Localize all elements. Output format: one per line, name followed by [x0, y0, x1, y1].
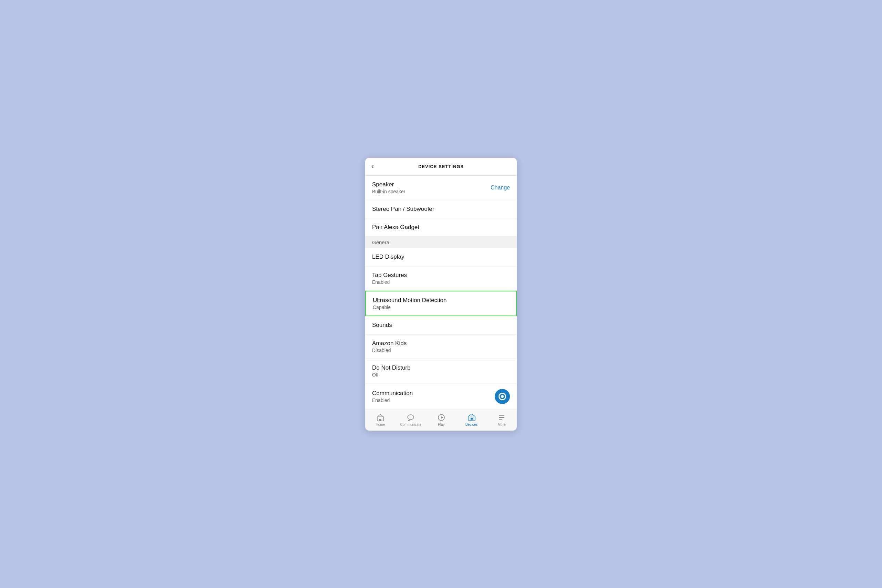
row-subtitle-do-not-disturb: Off [372, 372, 410, 378]
row-text-led-display: LED Display [372, 254, 405, 260]
nav-label-play: Play [438, 423, 444, 426]
settings-row-pair-alexa-gadget[interactable]: Pair Alexa Gadget [365, 218, 517, 237]
settings-row-ultrasound-motion-detection[interactable]: Ultrasound Motion Detection Capable [365, 291, 517, 316]
svg-rect-1 [380, 419, 381, 421]
row-subtitle-amazon-kids: Disabled [372, 348, 406, 353]
svg-point-2 [408, 415, 414, 420]
devices-icon [468, 413, 476, 422]
nav-label-home: Home [375, 423, 385, 426]
nav-label-more: More [498, 423, 506, 426]
row-title-led-display: LED Display [372, 254, 405, 260]
settings-row-speaker[interactable]: Speaker Built-in speaker Change [365, 176, 517, 200]
row-title-communication: Communication [372, 390, 413, 397]
home-icon [376, 413, 384, 422]
row-text-amazon-kids: Amazon Kids Disabled [372, 340, 406, 353]
row-text-sounds: Sounds [372, 322, 392, 328]
settings-row-tap-gestures[interactable]: Tap Gestures Enabled [365, 266, 517, 291]
settings-row-communication[interactable]: Communication Enabled [365, 383, 517, 410]
play-icon [437, 413, 446, 422]
row-subtitle-communication: Enabled [372, 398, 413, 403]
nav-label-devices: Devices [465, 423, 478, 426]
row-subtitle-speaker: Built-in speaker [372, 189, 405, 194]
row-title-stereo-pair: Stereo Pair / Subwoofer [372, 206, 434, 213]
row-subtitle-tap-gestures: Enabled [372, 279, 407, 285]
row-text-do-not-disturb: Do Not Disturb Off [372, 364, 410, 378]
bottom-nav: Home Communicate Play Devices [365, 410, 517, 430]
row-text-ultrasound: Ultrasound Motion Detection Capable [373, 297, 447, 310]
row-title-pair-alexa-gadget: Pair Alexa Gadget [372, 224, 419, 231]
phone-screen: ‹ DEVICE SETTINGS Speaker Built-in speak… [365, 158, 517, 430]
row-subtitle-ultrasound: Capable [373, 304, 447, 310]
row-title-sounds: Sounds [372, 322, 392, 328]
settings-row-stereo-pair[interactable]: Stereo Pair / Subwoofer [365, 200, 517, 218]
settings-row-led-display[interactable]: LED Display [365, 248, 517, 266]
row-title-ultrasound: Ultrasound Motion Detection [373, 297, 447, 304]
row-title-amazon-kids: Amazon Kids [372, 340, 406, 347]
svg-rect-7 [471, 418, 473, 420]
page-header: ‹ DEVICE SETTINGS [365, 158, 517, 176]
nav-item-play[interactable]: Play [431, 413, 452, 426]
change-button[interactable]: Change [490, 184, 510, 191]
section-header-general: General [365, 237, 517, 248]
settings-row-sounds[interactable]: Sounds [365, 316, 517, 334]
svg-marker-4 [441, 416, 443, 419]
nav-label-communicate: Communicate [400, 423, 422, 426]
alexa-fab-icon [498, 393, 506, 400]
alexa-fab-button[interactable] [495, 389, 510, 404]
nav-item-communicate[interactable]: Communicate [400, 413, 422, 426]
settings-row-do-not-disturb[interactable]: Do Not Disturb Off [365, 359, 517, 383]
row-text-stereo-pair: Stereo Pair / Subwoofer [372, 206, 434, 213]
more-icon [498, 413, 506, 422]
row-text-pair-alexa-gadget: Pair Alexa Gadget [372, 224, 419, 231]
row-title-do-not-disturb: Do Not Disturb [372, 364, 410, 371]
row-text-tap-gestures: Tap Gestures Enabled [372, 272, 407, 285]
row-text-communication: Communication Enabled [372, 390, 413, 403]
settings-row-amazon-kids[interactable]: Amazon Kids Disabled [365, 334, 517, 359]
nav-item-home[interactable]: Home [370, 413, 391, 426]
back-button[interactable]: ‹ [371, 162, 374, 171]
row-title-speaker: Speaker [372, 181, 405, 188]
row-title-tap-gestures: Tap Gestures [372, 272, 407, 279]
settings-content: Speaker Built-in speaker Change Stereo P… [365, 176, 517, 410]
nav-item-devices[interactable]: Devices [461, 413, 482, 426]
communicate-icon [406, 413, 415, 422]
nav-item-more[interactable]: More [491, 413, 512, 426]
page-title: DEVICE SETTINGS [418, 164, 464, 169]
row-text-speaker: Speaker Built-in speaker [372, 181, 405, 194]
